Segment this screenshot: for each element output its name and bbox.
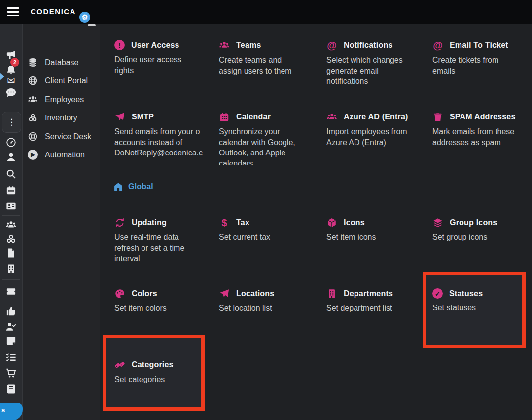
people-icon xyxy=(219,40,230,51)
card-title: Locations xyxy=(236,289,274,298)
lifebuoy-icon xyxy=(28,131,38,142)
hamburger-menu-icon[interactable] xyxy=(7,7,19,16)
settings-card-updating[interactable]: Updating Use real-time data refresh or s… xyxy=(114,217,214,264)
person-icon[interactable] xyxy=(5,152,17,163)
card-title: Departments xyxy=(344,289,393,298)
settings-card-tax[interactable]: Tax Set current tax xyxy=(219,217,319,243)
card-description: Create tickets from emails xyxy=(432,55,532,76)
settings-card-spam-addresses[interactable]: SPAM Addresses Mark emails from these ad… xyxy=(432,112,532,148)
global-section-header: Global xyxy=(113,182,153,191)
section-divider xyxy=(108,174,525,174)
card-description: Set location list xyxy=(219,303,319,314)
card-title: Colors xyxy=(132,289,157,298)
chat-bubble-icon[interactable] xyxy=(5,87,17,98)
checklist-icon[interactable] xyxy=(5,351,17,363)
refresh-icon xyxy=(114,217,125,228)
card-description: Create teams and assign users to them xyxy=(219,55,319,76)
settings-card-notifications[interactable]: Notifications Select which changes gener… xyxy=(326,40,426,87)
card-title: Statuses xyxy=(449,289,483,298)
cart-icon[interactable] xyxy=(5,367,17,379)
card-description: Set item icons xyxy=(326,232,426,243)
rail-divider xyxy=(2,399,20,399)
person-check-icon[interactable] xyxy=(5,321,17,332)
id-badge-icon[interactable] xyxy=(5,200,17,212)
card-title: Tax xyxy=(236,218,249,227)
settings-card-group-icons[interactable]: Group Icons Set group icons xyxy=(432,217,532,243)
settings-card-email-to-ticket[interactable]: Email To Ticket Create tickets from emai… xyxy=(432,40,532,76)
card-description: Define user access rights xyxy=(114,54,214,76)
navigation-icon xyxy=(219,288,230,299)
card-title: SMTP xyxy=(132,113,154,121)
tri-circles-icon[interactable] xyxy=(5,233,17,245)
card-description: Set categories xyxy=(114,374,214,385)
sidebar-item-label: Automation xyxy=(45,151,85,159)
people-icon xyxy=(28,94,38,105)
card-title: Group Icons xyxy=(450,218,497,227)
sidebar-item-service-desk[interactable]: Service Desk xyxy=(28,131,91,142)
card-description: Use real-time data refresh or set a time… xyxy=(114,232,214,264)
trash-icon xyxy=(432,112,443,122)
notification-badge: 2 xyxy=(10,58,19,67)
database-icon xyxy=(28,57,38,68)
sidebar-item-employees[interactable]: Employees xyxy=(28,94,84,105)
sidebar-item-client-portal[interactable]: Client Portal xyxy=(28,76,88,86)
settings-card-smtp[interactable]: SMTP Send emails from your o accounts in… xyxy=(114,112,214,158)
layers-icon xyxy=(432,217,443,228)
card-description: Import employees from Azure AD (Entra) xyxy=(326,126,426,148)
sidebar-item-inventory[interactable]: Inventory xyxy=(28,113,77,123)
ticket-icon[interactable] xyxy=(5,286,17,297)
rail-divider xyxy=(2,279,20,280)
settings-card-locations[interactable]: Locations Set location list xyxy=(219,288,319,314)
settings-card-icons[interactable]: Icons Set item icons xyxy=(326,217,426,243)
settings-card-user-access[interactable]: User Access Define user access rights xyxy=(114,40,214,76)
icon-rail: 2 xyxy=(0,24,23,420)
sidebar-menu-panel: Database Client Portal Employees Invento… xyxy=(23,24,100,420)
card-description: Select which changes generate email noti… xyxy=(326,55,426,87)
sidebar-item-label: Service Desk xyxy=(45,132,91,141)
alert-circle-icon xyxy=(114,40,125,50)
thumbs-up-icon[interactable] xyxy=(5,305,17,317)
card-title: Updating xyxy=(132,218,167,227)
search-icon[interactable] xyxy=(5,168,17,180)
settings-card-departments[interactable]: Departments Set department list xyxy=(326,288,426,314)
card-title: Icons xyxy=(344,218,365,227)
settings-card-calendar[interactable]: Calendar Synchronize your calendar with … xyxy=(219,112,319,165)
brand-logo: CODENICA xyxy=(31,7,76,16)
people-icon[interactable] xyxy=(5,219,17,230)
card-description: Mark emails from these addresses as spam xyxy=(432,126,532,148)
at-sign-icon xyxy=(432,40,443,51)
sidebar-item-label: Inventory xyxy=(45,114,77,122)
building-icon xyxy=(326,288,337,299)
card-title: Teams xyxy=(236,41,261,50)
rail-divider xyxy=(2,215,20,216)
building-icon[interactable] xyxy=(5,263,17,274)
card-title: User Access xyxy=(131,41,179,50)
settings-card-azure-ad[interactable]: Azure AD (Entra) Import employees from A… xyxy=(326,112,426,148)
book-icon[interactable] xyxy=(5,383,17,395)
card-description: Synchronize your calendar with Google, O… xyxy=(219,126,319,165)
gauge-icon[interactable] xyxy=(5,137,17,148)
card-title: Email To Ticket xyxy=(450,41,508,50)
gear-badge-icon[interactable] xyxy=(79,12,90,23)
settings-card-statuses[interactable]: Statuses Set statuses xyxy=(432,288,532,313)
play-circle-icon xyxy=(28,150,38,160)
sidebar-item-automation[interactable]: Automation xyxy=(28,150,85,160)
paper-plane-icon xyxy=(114,112,125,122)
card-title: Azure AD (Entra) xyxy=(344,113,408,121)
home-icon xyxy=(113,182,123,191)
settings-card-categories[interactable]: Categories Set categories xyxy=(114,359,214,385)
settings-card-teams[interactable]: Teams Create teams and assign users to t… xyxy=(219,40,319,76)
file-icon[interactable] xyxy=(5,247,17,259)
sidebar-item-label: Employees xyxy=(45,95,84,104)
card-title: SPAM Addresses xyxy=(450,113,516,121)
globe-icon xyxy=(28,76,38,86)
note-icon[interactable] xyxy=(5,335,17,346)
kebab-menu-icon[interactable] xyxy=(2,112,21,133)
settings-card-colors[interactable]: Colors Set item colors xyxy=(114,288,214,314)
calendar-icon[interactable] xyxy=(5,185,17,196)
tri-circles-icon xyxy=(28,113,38,123)
at-sign-icon xyxy=(326,40,337,51)
envelope-icon[interactable] xyxy=(5,75,17,86)
sidebar-item-database[interactable]: Database xyxy=(28,57,79,68)
card-title: Calendar xyxy=(236,113,271,121)
